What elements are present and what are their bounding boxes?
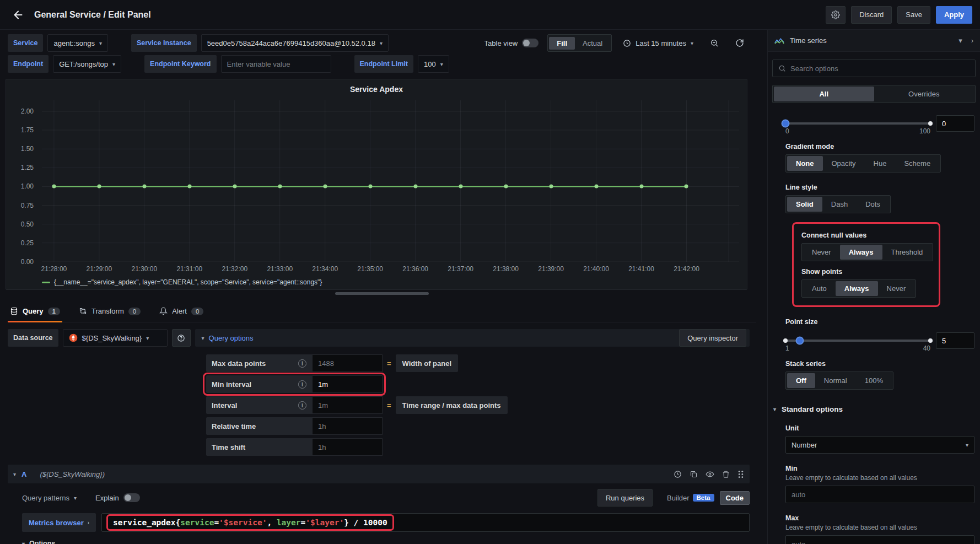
save-button[interactable]: Save: [897, 6, 930, 24]
apply-button[interactable]: Apply: [936, 6, 972, 24]
explain-toggle[interactable]: [123, 493, 140, 502]
query-options-collapsible[interactable]: ▾ Options: [22, 540, 756, 544]
x-axis-tick: 21:33:00: [267, 265, 293, 273]
x-axis-tick: 21:40:00: [583, 265, 609, 273]
query-inspector-button[interactable]: Query inspector: [679, 329, 746, 347]
option-label: Max data pointsi: [206, 354, 312, 372]
gradient-mode-option-hue[interactable]: Hue: [865, 156, 896, 171]
panel-resize-handle[interactable]: [335, 292, 429, 295]
gradient-mode-option-opacity[interactable]: Opacity: [823, 156, 865, 171]
datasource-row: Data source ${DS_SkyWalking} ▾ ▾ Query o…: [8, 329, 756, 347]
slider-handle[interactable]: [796, 337, 804, 345]
drag-handle-icon[interactable]: [737, 470, 744, 478]
duplicate-query-icon[interactable]: [690, 470, 698, 478]
promql-expression-input[interactable]: service_apdex{service='$service', layer=…: [101, 513, 750, 532]
bell-icon: [159, 307, 168, 315]
tab-query[interactable]: Query 1: [8, 307, 62, 322]
option-value-input[interactable]: 1488: [312, 354, 383, 372]
option-value-input[interactable]: 1h: [312, 438, 383, 456]
chevron-down-icon[interactable]: ▾: [959, 36, 962, 45]
stack-series-option-normal[interactable]: Normal: [815, 373, 856, 388]
options-tabs: AllOverrides: [772, 85, 976, 103]
option-value-input[interactable]: 1m: [312, 375, 383, 393]
fill-opacity-slider[interactable]: 0 100: [785, 122, 930, 125]
unit-select[interactable]: Number ▾: [785, 436, 974, 454]
fill-actual-option-fill[interactable]: Fill: [549, 37, 575, 50]
table-view-toggle[interactable]: [522, 39, 539, 47]
connect-nulls-option-threshold[interactable]: Threshold: [882, 245, 932, 260]
back-arrow-icon[interactable]: [8, 4, 29, 25]
delete-query-trash-icon[interactable]: [722, 470, 730, 478]
service-instance-variable-label: Service Instance: [131, 34, 197, 52]
stack-series-option-off[interactable]: Off: [787, 373, 815, 388]
line-style-option-dash[interactable]: Dash: [822, 197, 857, 212]
query-history-icon[interactable]: [674, 470, 682, 478]
query-a-header[interactable]: ▾ A (${DS_SkyWalking}): [8, 465, 750, 483]
endpoint-limit-picker[interactable]: 100 ▾: [418, 55, 449, 73]
chart-legend[interactable]: {__name__="service_apdex", layer="GENERA…: [42, 278, 322, 286]
chevron-down-icon: ▾: [380, 40, 383, 46]
service-instance-variable-picker[interactable]: 5eed0e5758a244aca6e7699415d360aa@10.52.0…: [201, 34, 389, 52]
data-point: [413, 185, 417, 188]
chevron-right-icon[interactable]: ›: [971, 36, 973, 45]
option-value-input[interactable]: 1m: [312, 396, 383, 414]
endpoint-variable-picker[interactable]: GET:/songs/top ▾: [53, 55, 121, 73]
datasource-label: Data source: [8, 329, 58, 347]
options-search-input[interactable]: [790, 64, 970, 73]
panel-settings-gear-icon[interactable]: [826, 6, 846, 24]
line-style-option-solid[interactable]: Solid: [787, 197, 822, 212]
x-axis-tick: 21:29:00: [86, 265, 112, 273]
slider-handle[interactable]: [782, 120, 790, 128]
metrics-browser-row: Metrics browser › service_apdex{service=…: [22, 513, 750, 532]
metrics-browser-button[interactable]: Metrics browser ›: [22, 513, 96, 532]
variables-row-1: Service agent::songs ▾ Service Instance …: [8, 34, 756, 52]
query-patterns-dropdown[interactable]: Query patterns ▾: [22, 494, 77, 502]
show-points-option-auto[interactable]: Auto: [803, 281, 836, 296]
line-style-option-dots[interactable]: Dots: [857, 197, 889, 212]
service-variable-label: Service: [8, 34, 43, 52]
show-points-option-always[interactable]: Always: [836, 281, 878, 296]
fill-opacity-value[interactable]: 0: [936, 115, 974, 132]
endpoint-limit-label: Endpoint Limit: [354, 55, 413, 73]
run-queries-button[interactable]: Run queries: [597, 489, 653, 507]
builder-option[interactable]: Builder Beta: [661, 492, 719, 504]
options-option-all[interactable]: All: [774, 87, 874, 101]
visualization-picker[interactable]: Time series ▾ ›: [768, 30, 980, 52]
point-size-value[interactable]: 5: [936, 332, 974, 349]
options-option-overrides[interactable]: Overrides: [874, 87, 974, 101]
zoom-out-icon[interactable]: [704, 34, 724, 52]
min-input[interactable]: [785, 486, 974, 503]
hide-query-eye-icon[interactable]: [706, 470, 714, 478]
stack-series-option-100[interactable]: 100%: [856, 373, 892, 388]
option-value-input[interactable]: 1h: [312, 417, 383, 435]
standard-options-section[interactable]: ▾ Standard options: [773, 405, 976, 413]
service-variable-picker[interactable]: agent::songs ▾: [47, 34, 107, 52]
variables-row-2: Endpoint GET:/songs/top ▾ Endpoint Keywo…: [8, 55, 756, 73]
editor-tabs: Query 1 Transform 0 Alert 0: [8, 298, 756, 322]
time-range-picker[interactable]: Last 15 minutes ▾: [617, 34, 699, 52]
query-options-toggle[interactable]: Query options: [209, 334, 254, 342]
point-size-slider[interactable]: 1 40: [785, 340, 930, 342]
gradient-mode-option-none[interactable]: None: [787, 156, 823, 171]
endpoint-keyword-input[interactable]: [221, 55, 331, 73]
show-points-option-never[interactable]: Never: [878, 281, 915, 296]
connect-nulls-option-never[interactable]: Never: [803, 245, 840, 260]
max-input[interactable]: [785, 535, 974, 544]
chevron-down-icon: ▾: [74, 495, 77, 501]
page-title: General Service / Edit Panel: [34, 10, 151, 20]
fill-actual-option-actual[interactable]: Actual: [575, 37, 610, 50]
tab-transform[interactable]: Transform 0: [77, 307, 143, 322]
beta-badge: Beta: [693, 494, 714, 502]
connect-nulls-label: Connect null values: [801, 231, 931, 239]
datasource-picker[interactable]: ${DS_SkyWalking} ▾: [63, 329, 168, 347]
code-option[interactable]: Code: [720, 491, 750, 505]
connect-nulls-option-always[interactable]: Always: [840, 245, 882, 260]
query-option-row-max-data-points: Max data pointsi1488=Width of panel: [206, 354, 458, 372]
gradient-mode-option-scheme[interactable]: Scheme: [895, 156, 939, 171]
transform-icon: [79, 307, 87, 315]
discard-button[interactable]: Discard: [851, 6, 892, 24]
datasource-help-icon[interactable]: [172, 329, 191, 347]
refresh-icon[interactable]: [730, 34, 750, 52]
tab-alert[interactable]: Alert 0: [157, 307, 206, 322]
x-axis-tick: 21:41:00: [628, 265, 654, 273]
